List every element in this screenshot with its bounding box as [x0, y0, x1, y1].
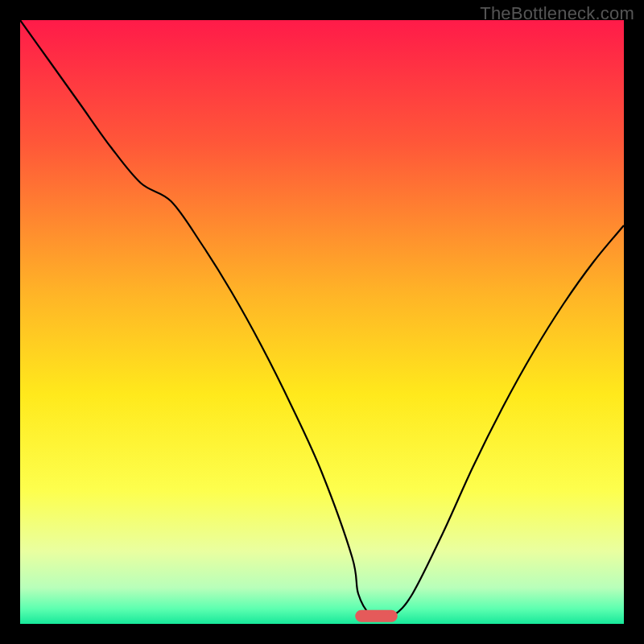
bottleneck-chart — [20, 20, 624, 624]
chart-frame: TheBottleneck.com — [0, 0, 644, 644]
optimal-range-marker — [355, 610, 398, 622]
gradient-background — [20, 20, 624, 624]
plot-area — [20, 20, 624, 624]
watermark-text: TheBottleneck.com — [480, 3, 634, 24]
